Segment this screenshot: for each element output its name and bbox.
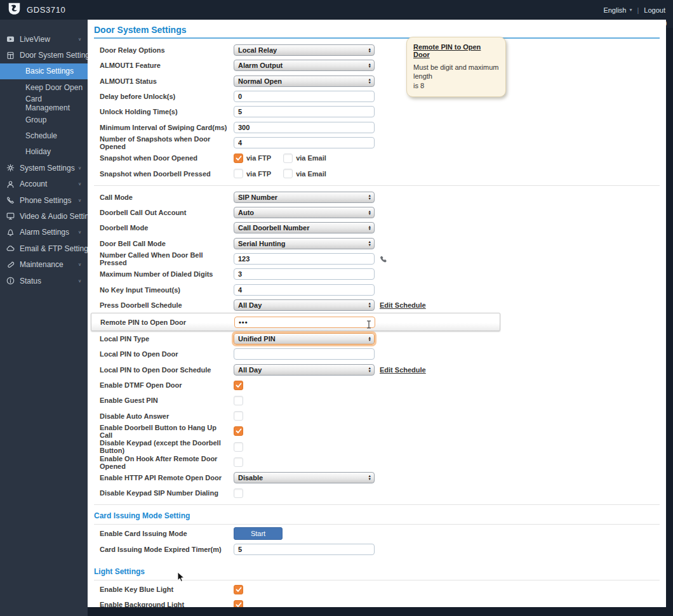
wrench-icon xyxy=(6,261,15,269)
number-called-when-door-bell-pressed-input[interactable] xyxy=(234,253,375,265)
setting-label: Doorbell Mode xyxy=(100,224,234,232)
enable-guest-pin-checkbox[interactable] xyxy=(234,396,243,405)
almout1-feature-select[interactable]: Alarm Output▲▼ xyxy=(234,60,375,71)
setting-label: Enable DTMF Open Door xyxy=(100,381,234,389)
no-key-input-timeout-s-input[interactable] xyxy=(234,284,375,296)
snapshot-when-doorbell-pressed-via-ftp-checkbox[interactable] xyxy=(234,169,243,178)
door-icon xyxy=(6,51,15,60)
setting-label: Local PIN to Open Door Schedule xyxy=(100,366,234,374)
setting-label: Snapshot when Doorbell Pressed xyxy=(100,170,234,178)
snapshot-when-doorbell-pressed-via-email-checkbox[interactable] xyxy=(283,169,293,178)
card-issuing-mode-expired-timer-m-input[interactable] xyxy=(234,544,375,555)
door-bell-call-mode-select[interactable]: Serial Hunting▲▼ xyxy=(234,238,375,249)
setting-label: Card Issuing Mode Expired Timer(m) xyxy=(100,546,234,553)
setting-label: Door Relay Options xyxy=(100,46,234,54)
snapshot-when-door-opened-via-email-checkbox[interactable] xyxy=(283,154,293,163)
section-divider xyxy=(94,504,660,505)
system-icon xyxy=(6,164,15,172)
checkbox-label: via Email xyxy=(296,170,326,178)
setting-label: ALMOUT1 Status xyxy=(100,77,234,85)
select-arrows-icon: ▲▼ xyxy=(368,336,371,342)
section-heading-card-issuing-mode-setting: Card Issuing Mode Setting xyxy=(94,511,660,525)
sidebar-item-liveview[interactable]: LiveView∨ xyxy=(0,31,88,47)
unlock-holding-time-s-input[interactable] xyxy=(234,106,375,117)
sidebar-item-maintenance[interactable]: Maintenance∨ xyxy=(0,256,88,272)
select-arrows-icon: ▲▼ xyxy=(368,475,371,480)
sidebar-item-label: LiveView xyxy=(20,35,50,44)
enable-key-blue-light-checkbox[interactable] xyxy=(234,585,243,594)
sidebar-subitem-schedule[interactable]: Schedule xyxy=(0,128,88,143)
phone-call-icon[interactable] xyxy=(380,256,387,263)
enable-dtmf-open-door-checkbox[interactable] xyxy=(234,381,243,390)
language-selector[interactable]: English ▾ xyxy=(603,6,632,14)
info-icon xyxy=(6,277,15,285)
alarm-icon xyxy=(6,228,15,237)
sidebar-subitem-holiday[interactable]: Holiday xyxy=(0,144,88,160)
number-of-snapshots-when-door-opened-input[interactable] xyxy=(234,137,375,148)
sidebar-subitem-group[interactable]: Group xyxy=(0,112,88,128)
sidebar-item-status[interactable]: Status∨ xyxy=(0,273,88,289)
enable-http-api-remote-open-door-select[interactable]: Disable▲▼ xyxy=(234,472,375,483)
sidebar-item-alarm-settings[interactable]: Alarm Settings∨ xyxy=(0,225,88,240)
disable-keypad-sip-number-dialing-checkbox[interactable] xyxy=(234,488,243,498)
checkbox-label: via FTP xyxy=(246,154,271,162)
edit-schedule-link[interactable]: Edit Schedule xyxy=(380,366,426,374)
setting-row-doorbell-mode: Doorbell ModeCall Doorbell Number▲▼ xyxy=(88,220,666,235)
checkbox-label: via FTP xyxy=(246,170,271,178)
setting-row-enable-card-issuing-mode: Enable Card Issuing ModeStart xyxy=(88,526,666,541)
checkmark-icon xyxy=(236,383,242,388)
select-arrows-icon: ▲▼ xyxy=(368,210,371,216)
setting-row-enable-background-light: Enable Background Light xyxy=(88,597,666,607)
doorbell-mode-select[interactable]: Call Doorbell Number▲▼ xyxy=(234,222,375,233)
press-doorbell-schedule-select[interactable]: All Day▲▼ xyxy=(234,299,375,311)
setting-label: Enable HTTP API Remote Open Door xyxy=(100,474,234,482)
setting-label: Disable Keypad (except the Doorbell Butt… xyxy=(100,439,234,454)
minimum-interval-of-swiping-card-ms-input[interactable] xyxy=(234,122,375,133)
enable-background-light-checkbox[interactable] xyxy=(234,600,243,607)
delay-before-unlock-s-input[interactable] xyxy=(234,91,375,102)
door-relay-options-select[interactable]: Local Relay▲▼ xyxy=(234,44,375,56)
setting-row-local-pin-to-open-door-schedule: Local PIN to Open Door ScheduleAll Day▲▼… xyxy=(88,362,666,377)
sidebar-item-phone-settings[interactable]: Phone Settings∨ xyxy=(0,192,88,208)
setting-row-number-of-snapshots-when-door-opened: Number of Snapshots when Door Opened xyxy=(88,135,666,150)
setting-label: Disable Keypad SIP Number Dialing xyxy=(100,489,234,497)
sidebar-item-email-ftp-settings[interactable]: Email & FTP Settings∨ xyxy=(0,240,88,256)
settings-form: Door Relay OptionsLocal Relay▲▼ALMOUT1 F… xyxy=(88,43,666,607)
sidebar-subitem-basic-settings[interactable]: Basic Settings xyxy=(0,63,88,79)
logout-link[interactable]: Logout xyxy=(644,6,665,14)
remote-pin-to-open-door-input[interactable] xyxy=(234,317,375,328)
edit-schedule-link[interactable]: Edit Schedule xyxy=(380,301,426,309)
start-button[interactable]: Start xyxy=(234,527,283,540)
cloud-icon xyxy=(6,244,15,252)
disable-keypad-except-the-doorbell-button-checkbox[interactable] xyxy=(234,442,243,452)
setting-label: Remote PIN to Open Door xyxy=(100,318,234,326)
maximum-number-of-dialed-digits-input[interactable] xyxy=(234,268,375,280)
local-pin-to-open-door-schedule-select[interactable]: All Day▲▼ xyxy=(234,364,375,376)
chevron-down-icon: ∨ xyxy=(78,37,81,42)
sidebar-item-system-settings[interactable]: System Settings∨ xyxy=(0,160,88,176)
call-mode-select[interactable]: SIP Number▲▼ xyxy=(234,192,375,203)
select-arrows-icon: ▲▼ xyxy=(368,63,371,69)
setting-row-number-called-when-door-bell-pressed: Number Called When Door Bell Pressed xyxy=(88,251,666,266)
snapshot-when-door-opened-via-ftp-checkbox[interactable] xyxy=(234,154,243,163)
sidebar-subitem-card-management[interactable]: Card Management xyxy=(0,96,88,112)
brand-name: GDS3710 xyxy=(27,5,65,15)
sidebar-subitem-keep-door-open[interactable]: Keep Door Open xyxy=(0,79,88,95)
sidebar-item-label: Phone Settings xyxy=(20,196,71,205)
disable-auto-answer-checkbox[interactable] xyxy=(234,411,243,421)
setting-row-door-bell-call-mode: Door Bell Call ModeSerial Hunting▲▼ xyxy=(88,236,666,251)
sidebar-item-video-audio-settings[interactable]: Video & Audio Settings∨ xyxy=(0,208,88,224)
local-pin-to-open-door-input[interactable] xyxy=(234,348,375,360)
local-pin-type-select[interactable]: Unified PIN▲▼ xyxy=(234,333,375,344)
enable-doorbell-button-to-hang-up-call-checkbox[interactable] xyxy=(234,426,243,436)
enable-on-hook-after-remote-door-opened-checkbox[interactable] xyxy=(234,457,243,467)
sidebar-item-door-system-settings[interactable]: Door System Settings∧ xyxy=(0,47,88,63)
chevron-down-icon: ∨ xyxy=(78,198,81,203)
setting-label: Local PIN Type xyxy=(100,335,234,343)
almout1-status-select[interactable]: Normal Open▲▼ xyxy=(234,75,375,87)
setting-row-delay-before-unlock-s: Delay before Unlock(s) xyxy=(88,89,666,104)
setting-row-disable-keypad-except-the-doorbell-button: Disable Keypad (except the Doorbell Butt… xyxy=(88,439,666,454)
sidebar-item-account[interactable]: Account∨ xyxy=(0,176,88,192)
setting-row-call-mode: Call ModeSIP Number▲▼ xyxy=(88,190,666,205)
doorbell-call-out-account-select[interactable]: Auto▲▼ xyxy=(234,207,375,218)
